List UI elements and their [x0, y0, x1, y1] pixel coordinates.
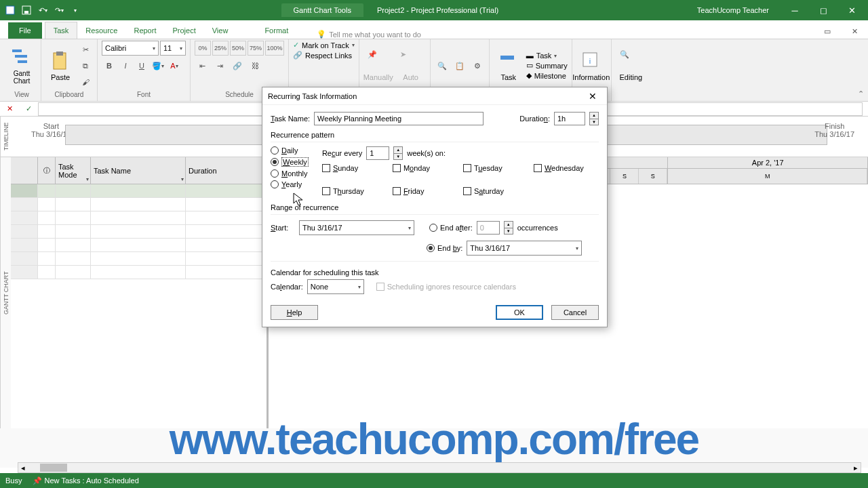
- resource-tab[interactable]: Resource: [77, 22, 125, 39]
- table-row[interactable]: [11, 225, 267, 239]
- taskmode-col-header[interactable]: Task Mode▾: [56, 157, 91, 184]
- report-tab[interactable]: Report: [125, 22, 164, 39]
- pct-25-button[interactable]: 25%: [212, 41, 229, 56]
- pct-75-button[interactable]: 75%: [248, 41, 264, 56]
- respect-links-button[interactable]: 🔗Respect Links: [293, 51, 352, 60]
- pct-50-button[interactable]: 50%: [230, 41, 246, 56]
- qat-undo-icon[interactable]: ↶▾: [35, 3, 50, 18]
- auto-schedule-button[interactable]: ➤ Auto: [396, 49, 426, 83]
- unlink-icon[interactable]: ⛓: [248, 58, 262, 73]
- accept-entry-icon[interactable]: ✓: [20, 102, 37, 116]
- task-tab[interactable]: Task: [45, 22, 78, 39]
- ribbon-display-options[interactable]: ▭: [814, 24, 841, 39]
- table-row[interactable]: [11, 198, 267, 211]
- taskname-col-header[interactable]: Task Name▾: [91, 157, 186, 184]
- chk-tuesday[interactable]: Tuesday: [463, 164, 519, 172]
- tell-me-field[interactable]: 💡 Tell me what you want to do: [317, 30, 421, 39]
- end-by-combo[interactable]: Thu 3/16/17▾: [467, 241, 582, 256]
- fill-color-button[interactable]: 🪣▾: [151, 58, 165, 73]
- chk-sunday[interactable]: Sunday: [322, 164, 378, 172]
- table-row[interactable]: [11, 266, 267, 279]
- cancel-button[interactable]: Cancel: [551, 305, 599, 320]
- radio-end-after[interactable]: End after:: [429, 224, 473, 232]
- chk-thursday[interactable]: Thursday: [322, 187, 378, 195]
- format-tab[interactable]: Format: [256, 22, 296, 39]
- move-icon[interactable]: 📋: [452, 58, 467, 73]
- milestone-button[interactable]: ◆Milestone: [526, 71, 568, 80]
- radio-weekly[interactable]: Weekly: [271, 157, 309, 167]
- outdent-icon[interactable]: ⇤: [195, 58, 210, 73]
- minimize-button[interactable]: ─: [781, 3, 808, 18]
- chk-friday[interactable]: Friday: [393, 187, 448, 195]
- font-name-combo[interactable]: Calibri▾: [102, 41, 159, 56]
- qat-project-icon[interactable]: [3, 3, 18, 18]
- radio-daily[interactable]: Daily: [271, 146, 309, 155]
- calendar-combo[interactable]: None▾: [307, 279, 364, 294]
- italic-button[interactable]: I: [118, 58, 133, 73]
- duration-col-header[interactable]: Duration▾: [186, 157, 267, 184]
- radio-monthly[interactable]: Monthly: [271, 169, 309, 178]
- end-after-input[interactable]: [477, 221, 500, 235]
- task-name-input[interactable]: [314, 112, 484, 125]
- font-size-combo[interactable]: 11▾: [160, 41, 186, 56]
- info-col-header[interactable]: ⓘ: [38, 157, 56, 184]
- indent-icon[interactable]: ⇥: [212, 58, 227, 73]
- end-after-spinner[interactable]: ▲▼: [504, 221, 513, 235]
- ok-button[interactable]: OK: [496, 305, 543, 320]
- gantt-chart-button[interactable]: Gantt Chart: [7, 45, 37, 86]
- horizontal-scrollbar[interactable]: ◂ ▸: [18, 462, 861, 473]
- editing-button[interactable]: 🔍 Editing: [616, 49, 646, 83]
- task-insert-button[interactable]: Task: [494, 49, 524, 83]
- radio-yearly[interactable]: Yearly: [271, 180, 309, 188]
- manually-schedule-button[interactable]: 📌 Manually: [363, 49, 393, 83]
- window-title: Project2 - Project Professional (Trial): [377, 6, 498, 14]
- task-dropdown[interactable]: ▬Task▾: [526, 52, 568, 60]
- help-button[interactable]: Help: [271, 305, 318, 320]
- underline-button[interactable]: U: [134, 58, 149, 73]
- table-row[interactable]: [11, 239, 267, 252]
- cut-icon[interactable]: ✂: [78, 42, 93, 57]
- table-row[interactable]: [11, 211, 267, 225]
- duration-input[interactable]: [554, 112, 585, 125]
- row-selector-header[interactable]: [11, 157, 38, 184]
- format-painter-icon[interactable]: 🖌: [78, 75, 93, 89]
- close-window-button[interactable]: ✕: [838, 3, 865, 18]
- radio-end-by[interactable]: End by:: [427, 244, 462, 252]
- recur-spinner[interactable]: ▲▼: [393, 146, 403, 160]
- link-icon[interactable]: 🔗: [230, 58, 245, 73]
- table-row[interactable]: [11, 252, 267, 266]
- bold-button[interactable]: B: [102, 58, 117, 73]
- recur-every-input[interactable]: [366, 146, 389, 160]
- project-tab[interactable]: Project: [164, 22, 203, 39]
- information-button[interactable]: i Information: [576, 49, 606, 83]
- paste-button[interactable]: Paste: [45, 49, 75, 83]
- pct-100-button[interactable]: 100%: [265, 41, 284, 56]
- cancel-entry-icon[interactable]: ✕: [1, 102, 18, 116]
- duration-spinner[interactable]: ▲▼: [589, 112, 599, 125]
- qat-redo-icon[interactable]: ↷▾: [52, 3, 66, 18]
- task-grid[interactable]: [11, 184, 267, 428]
- close-doc-button[interactable]: ✕: [841, 24, 868, 39]
- new-tasks-mode[interactable]: 📌 New Tasks : Auto Scheduled: [33, 476, 138, 485]
- start-date-combo[interactable]: Thu 3/16/17▾: [299, 220, 414, 235]
- mode-icon[interactable]: ⚙: [470, 58, 485, 73]
- chk-saturday[interactable]: Saturday: [463, 187, 519, 195]
- maximize-button[interactable]: ◻: [810, 3, 837, 18]
- chk-monday[interactable]: Monday: [393, 164, 448, 172]
- summary-button[interactable]: ▭Summary: [526, 61, 568, 70]
- range-title: Range of recurrence: [271, 203, 599, 211]
- inspect-icon[interactable]: 🔍: [435, 58, 450, 73]
- table-row[interactable]: [11, 184, 267, 198]
- chk-wednesday[interactable]: Wednesday: [534, 164, 589, 172]
- pct-0-button[interactable]: 0%: [195, 41, 211, 56]
- file-tab[interactable]: File: [8, 22, 42, 39]
- qat-save-icon[interactable]: [19, 3, 34, 18]
- mark-on-track-button[interactable]: ✓Mark on Track▾: [293, 41, 355, 49]
- collapse-ribbon-icon[interactable]: ⌃: [858, 89, 864, 98]
- task-dd-label: Task: [536, 52, 552, 60]
- dialog-close-button[interactable]: ✕: [584, 88, 601, 104]
- qat-customize-icon[interactable]: ▾: [68, 3, 83, 18]
- copy-icon[interactable]: ⧉: [78, 58, 93, 73]
- font-color-button[interactable]: A▾: [167, 58, 182, 73]
- view-tab[interactable]: View: [204, 22, 237, 39]
